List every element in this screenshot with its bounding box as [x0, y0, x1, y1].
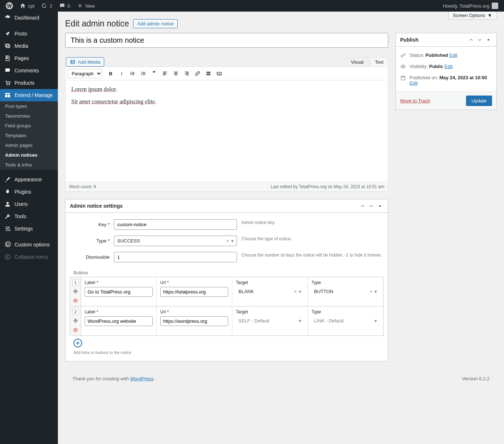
button-row: 1 ✥ ⊖ Label * — [70, 277, 384, 306]
clear-icon[interactable]: × — [294, 289, 297, 294]
type-select[interactable]: SUCCESS ×▾ — [114, 236, 237, 246]
edit-date-link[interactable]: Edit — [410, 80, 418, 86]
target-col: Target — [236, 280, 304, 285]
menu-comments[interactable]: Comments — [0, 64, 58, 77]
submenu-admin-pages[interactable]: Admin pages — [0, 140, 58, 150]
add-admin-notice-button[interactable]: Add admin notice — [133, 19, 177, 28]
menu-appearance[interactable]: Appearance — [0, 173, 58, 186]
tab-visual[interactable]: Visual — [346, 57, 368, 67]
clear-icon[interactable]: × — [369, 289, 372, 294]
submenu-templates[interactable]: Templates — [0, 131, 58, 140]
format-select[interactable]: Paragraph — [68, 69, 102, 78]
submenu-post-types[interactable]: Post types — [0, 101, 58, 111]
link-button[interactable] — [192, 68, 203, 79]
button-label-input[interactable] — [85, 287, 153, 297]
submenu-field-groups[interactable]: Field groups — [0, 121, 58, 131]
edit-status-link[interactable]: Edit — [449, 52, 457, 58]
menu-products[interactable]: Products — [0, 77, 58, 89]
chevron-down-icon: ▾ — [374, 289, 377, 294]
submenu-tools-infos[interactable]: Tools & Infos — [0, 160, 58, 170]
key-input[interactable] — [114, 219, 237, 230]
user-icon — [4, 201, 11, 207]
menu-pages[interactable]: Pages — [0, 52, 58, 64]
align-right-button[interactable] — [182, 68, 192, 79]
align-left-button[interactable] — [160, 68, 170, 79]
dismissible-input[interactable] — [114, 252, 237, 262]
align-center-button[interactable] — [171, 68, 181, 79]
move-icon[interactable]: ✥ — [73, 317, 78, 324]
button-url-input[interactable] — [160, 287, 228, 297]
move-to-trash-link[interactable]: Move to Trash — [400, 98, 430, 103]
menu-plugins[interactable]: Plugins — [0, 186, 58, 198]
bullet-list-button[interactable] — [127, 68, 137, 79]
button-target-select[interactable]: SELF - Default▾ — [236, 316, 304, 325]
remove-icon[interactable]: ⊖ — [73, 326, 78, 333]
button-url-input[interactable] — [160, 316, 228, 326]
comments-count[interactable]: 0 — [56, 0, 73, 12]
wordpress-link[interactable]: WordPress — [130, 376, 153, 381]
tab-text[interactable]: Text — [370, 57, 388, 67]
toggle-button[interactable] — [485, 36, 492, 43]
new-content[interactable]: New — [74, 0, 98, 12]
bold-button[interactable]: B — [106, 68, 116, 79]
my-account[interactable]: Howdy, TotalPress.org — [440, 0, 501, 12]
align-center-icon — [173, 71, 179, 76]
content-area: Screen Options ▼ Edit admin notice Add a… — [58, 12, 504, 444]
menu-posts[interactable]: Posts — [0, 28, 58, 40]
menu-tools[interactable]: Tools — [0, 210, 58, 223]
ol-icon: 123 — [140, 71, 146, 76]
svg-point-12 — [401, 55, 403, 57]
menu-users[interactable]: Users — [0, 198, 58, 210]
wp-logo[interactable]: W — [3, 0, 16, 12]
button-target-select[interactable]: BLANK×▾ — [236, 287, 304, 296]
screen-options-toggle[interactable]: Screen Options ▼ — [448, 12, 497, 20]
add-button-row[interactable]: + — [73, 339, 82, 347]
align-left-icon — [162, 71, 168, 76]
move-icon[interactable]: ✥ — [73, 288, 78, 295]
svg-text:3: 3 — [141, 74, 142, 76]
collapse-menu[interactable]: Collapse menu — [0, 251, 58, 263]
settings-title: Admin notice settings — [70, 203, 123, 209]
move-up-button[interactable] — [359, 202, 366, 210]
menu-extend-manage[interactable]: Extend / Manage — [0, 89, 58, 101]
caret-up-icon — [377, 203, 383, 209]
admin-menu: Dashboard Posts Media Pages Comments Pro… — [0, 12, 58, 444]
menu-custom-options[interactable]: Custom options — [0, 238, 58, 251]
menu-dashboard[interactable]: Dashboard — [0, 12, 58, 24]
site-name[interactable]: cpt — [17, 0, 37, 12]
more-button[interactable] — [203, 68, 213, 79]
menu-media[interactable]: Media — [0, 40, 58, 52]
toggle-button[interactable] — [376, 202, 384, 210]
update-button[interactable]: Update — [466, 96, 492, 106]
footer-thanks: Thank you for creating with WordPress. — [72, 376, 155, 381]
number-list-button[interactable]: 123 — [138, 68, 148, 79]
edit-visibility-link[interactable]: Edit — [445, 64, 453, 69]
post-title-input[interactable] — [65, 33, 388, 48]
editor-toolbar: Paragraph B I 123 " — [65, 67, 388, 80]
toolbar-toggle-button[interactable] — [214, 68, 224, 79]
button-type-select[interactable]: LINK - Default▾ — [312, 316, 380, 325]
add-media-button[interactable]: Add Media — [66, 57, 104, 67]
remove-icon[interactable]: ⊖ — [73, 297, 78, 304]
submenu-admin-notices[interactable]: Admin notices — [0, 150, 58, 160]
submenu-taxonomies[interactable]: Taxonomies — [0, 111, 58, 121]
menu-settings[interactable]: Settings — [0, 223, 58, 235]
italic-button[interactable]: I — [117, 68, 127, 79]
clear-icon[interactable]: × — [226, 238, 229, 244]
svg-point-3 — [5, 254, 10, 259]
chevron-down-icon: ▾ — [231, 238, 234, 244]
updates[interactable]: 2 — [38, 0, 55, 12]
footer-version: Version 6.2.2 — [462, 376, 490, 381]
move-down-button[interactable] — [476, 36, 483, 43]
editor-body[interactable]: Lorem ipsum dolor. Sit amet consectetur … — [65, 80, 388, 182]
eye-icon — [400, 64, 407, 71]
move-up-button[interactable] — [467, 36, 475, 43]
publish-box: Publish Status: Published Edit — [395, 33, 497, 110]
publish-title: Publish — [400, 37, 419, 43]
buttons-help: Add links or buttons to the notice. — [70, 349, 384, 358]
move-down-button[interactable] — [368, 202, 375, 210]
quote-button[interactable]: " — [149, 68, 159, 79]
button-type-select[interactable]: BUTTON×▾ — [312, 287, 380, 296]
chevron-up-icon — [468, 37, 474, 43]
button-label-input[interactable] — [85, 316, 153, 326]
